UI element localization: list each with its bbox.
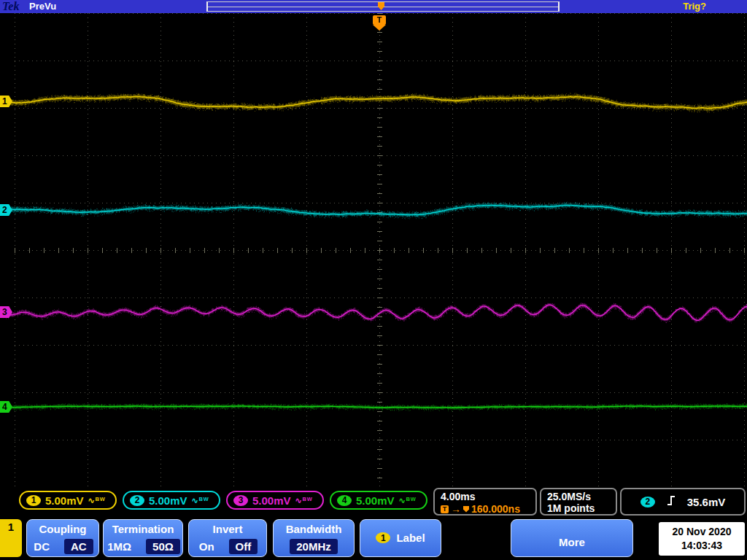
top-status-bar: Tek PreVu Trig?: [0, 0, 747, 13]
coupling-label: Coupling: [27, 523, 98, 535]
bandwidth-value[interactable]: 20MHz: [290, 539, 338, 554]
rising-edge-icon: [667, 494, 676, 509]
bandwidth-label: Bandwidth: [274, 523, 354, 535]
channel-4-coupling-bandwidth-icons: ∿ᴮᵂ: [399, 496, 417, 505]
trigger-t-icon: T: [441, 505, 449, 513]
trigger-delay-value: 160.000ns: [471, 503, 520, 515]
termination-option-50ohm[interactable]: 50Ω: [146, 539, 180, 554]
channel-2-badge: 2: [130, 495, 144, 506]
arrow-right-icon: →: [451, 503, 461, 515]
bandwidth-button[interactable]: Bandwidth 20MHz: [273, 519, 355, 557]
trigger-source-badge: 2: [640, 497, 655, 508]
coupling-option-ac[interactable]: AC: [64, 539, 93, 554]
channel-menu-tab[interactable]: 1: [0, 519, 22, 557]
channel-3-badge: 3: [233, 495, 248, 506]
channel-2-scale: 5.00mV: [149, 494, 187, 507]
horizontal-scale: 4.00ms: [441, 491, 535, 502]
acquisition-mode-status: PreVu: [29, 0, 56, 13]
termination-label: Termination: [104, 523, 182, 535]
tek-logo: Tek: [2, 0, 19, 13]
bottom-menu-bar: 1 Coupling DC AC Termination 1MΩ 50Ω Inv…: [0, 518, 747, 560]
record-length: 1M points: [547, 502, 616, 514]
trigger-status-label: Trig?: [683, 0, 706, 13]
invert-button[interactable]: Invert On Off: [188, 519, 267, 557]
invert-label: Invert: [189, 523, 266, 535]
waveform-display: [0, 13, 747, 487]
trigger-time-flag[interactable]: T: [373, 15, 386, 25]
channel-2-scale-readout[interactable]: 2 5.00mV ∿ᴮᵂ: [123, 491, 220, 510]
channel-2-coupling-bandwidth-icons: ∿ᴮᵂ: [192, 496, 209, 505]
trigger-position-icon: [463, 506, 469, 513]
invert-option-on[interactable]: On: [198, 539, 216, 554]
channel-1-badge: 1: [26, 495, 41, 506]
channel-1-scale-readout[interactable]: 1 5.00mV ∿ᴮᵂ: [19, 491, 117, 510]
channel-3-coupling-bandwidth-icons: ∿ᴮᵂ: [295, 496, 313, 505]
time-value: 14:03:43: [681, 539, 722, 553]
coupling-option-dc[interactable]: DC: [32, 539, 51, 554]
termination-option-1mohm[interactable]: 1MΩ: [106, 539, 133, 554]
invert-option-off[interactable]: Off: [229, 539, 258, 554]
readout-strip: 1 5.00mV ∿ᴮᵂ 2 5.00mV ∿ᴮᵂ 3 5.00mV ∿ᴮᵂ 4…: [0, 487, 747, 518]
sample-rate: 25.0MS/s: [547, 491, 616, 502]
trigger-level-value: 35.6mV: [687, 496, 726, 508]
more-button-text: More: [511, 536, 632, 548]
channel-4-scale: 5.00mV: [356, 494, 395, 507]
more-button[interactable]: More: [511, 519, 633, 557]
date-value: 20 Nov 2020: [673, 525, 732, 539]
trigger-delay-readout: T → 160.000ns: [441, 503, 535, 515]
datetime-display: 20 Nov 2020 14:03:43: [659, 522, 745, 556]
channel-3-scale-readout[interactable]: 3 5.00mV ∿ᴮᵂ: [226, 491, 324, 510]
trigger-readout[interactable]: 2 35.6mV: [620, 488, 746, 516]
channel-4-badge: 4: [337, 495, 352, 506]
horizontal-readout[interactable]: 4.00ms T → 160.000ns: [433, 488, 537, 516]
channel-1-scale: 5.00mV: [45, 494, 84, 507]
channel-4-scale-readout[interactable]: 4 5.00mV ∿ᴮᵂ: [330, 491, 427, 510]
label-button-text: Label: [396, 532, 425, 544]
coupling-button[interactable]: Coupling DC AC: [26, 519, 99, 557]
acquisition-readout: 25.0MS/s 1M points: [540, 488, 617, 516]
label-channel-badge: 1: [376, 532, 390, 543]
channel-3-scale: 5.00mV: [252, 494, 291, 507]
termination-button[interactable]: Termination 1MΩ 50Ω: [103, 519, 183, 557]
channel-1-coupling-bandwidth-icons: ∿ᴮᵂ: [88, 496, 106, 505]
label-button[interactable]: 1 Label: [360, 519, 441, 557]
